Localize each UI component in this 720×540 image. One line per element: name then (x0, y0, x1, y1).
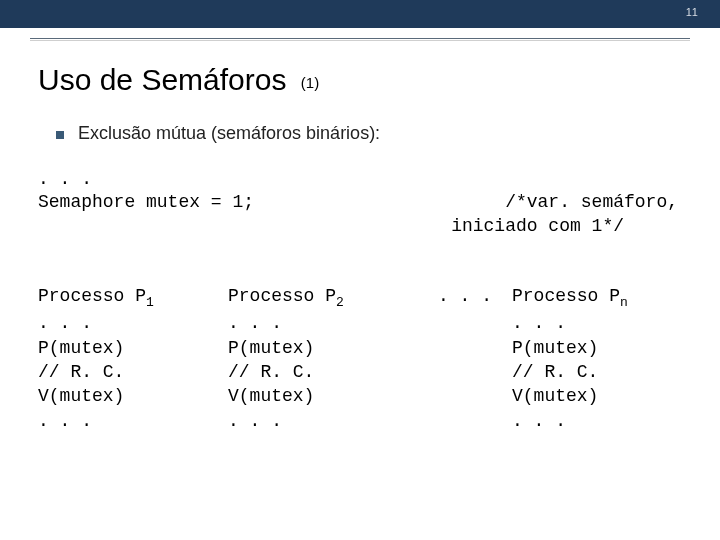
slide-title: Uso de Semáforos (1) (38, 63, 682, 97)
slide-content: Uso de Semáforos (1) Exclusão mútua (sem… (0, 41, 720, 433)
header-bar: 11 (0, 0, 720, 28)
process-col-n: Processo Pn . . . P(mutex) // R. C. V(mu… (512, 284, 628, 433)
decl-dots: . . . (38, 168, 682, 191)
decl-line: Semaphore mutex = 1; (38, 191, 254, 214)
process-col-1: Processo P1 . . . P(mutex) // R. C. V(mu… (38, 284, 228, 433)
comment-block: /*var. semáforo, iniciado com 1*/ (451, 191, 682, 238)
process-col-2: Processo P2 . . . P(mutex) // R. C. V(mu… (228, 284, 438, 433)
rule-dark (30, 38, 690, 39)
process-columns: Processo P1 . . . P(mutex) // R. C. V(mu… (38, 284, 682, 433)
process-ellipsis: . . . (438, 284, 512, 433)
square-bullet-icon (56, 131, 64, 139)
page-number: 11 (686, 6, 698, 18)
title-main: Uso de Semáforos (38, 63, 286, 96)
bullet-item: Exclusão mútua (semáforos binários): (56, 123, 682, 144)
declaration-block: . . . Semaphore mutex = 1; /*var. semáfo… (38, 168, 682, 238)
title-suffix: (1) (301, 74, 319, 91)
bullet-text: Exclusão mútua (semáforos binários): (78, 123, 380, 144)
